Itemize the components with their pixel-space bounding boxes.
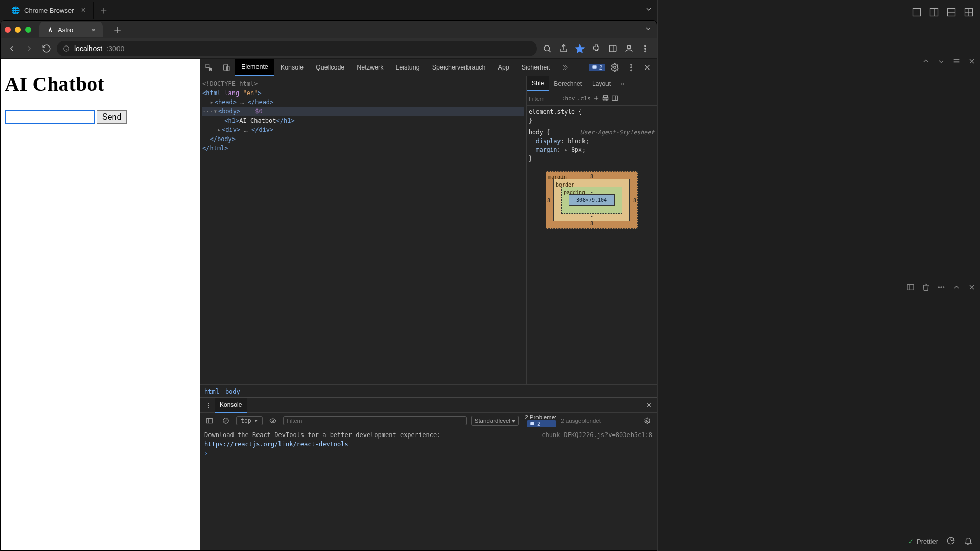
svg-rect-50 <box>907 285 914 290</box>
kebab-menu-icon[interactable] <box>638 41 652 56</box>
gear-icon[interactable] <box>641 415 654 427</box>
close-icon[interactable] <box>640 60 655 75</box>
console-prompt[interactable]: › <box>204 450 208 457</box>
close-icon[interactable]: × <box>91 26 96 34</box>
editor-tabbar: 🌐 Chrome Browser × ＋ <box>0 0 657 20</box>
print-icon[interactable] <box>602 95 609 103</box>
svg-point-9 <box>627 45 631 49</box>
trash-icon[interactable] <box>922 283 930 293</box>
tab-styles[interactable]: Stile <box>527 76 549 91</box>
sidepanel-icon[interactable] <box>605 41 620 56</box>
close-icon[interactable] <box>968 283 976 293</box>
tab-performance[interactable]: Leistung <box>389 59 426 76</box>
prettier-status[interactable]: Prettier <box>908 538 938 545</box>
execution-context-selector[interactable]: top▾ <box>236 416 263 425</box>
tab-sources[interactable]: Quellcode <box>310 59 351 76</box>
page-title: AI Chatbot <box>5 72 196 96</box>
chat-input[interactable] <box>5 110 95 124</box>
hamburger-icon[interactable] <box>952 57 961 67</box>
browser-tabrow: Astro × ＋ <box>1 21 657 38</box>
tab-memory[interactable]: Speicherverbrauch <box>426 59 492 76</box>
clear-console-icon[interactable] <box>220 415 232 427</box>
editor-tab-chrome[interactable]: 🌐 Chrome Browser × <box>4 2 94 19</box>
log-level-selector[interactable]: Standardlevel ▾ <box>471 416 519 426</box>
close-icon[interactable] <box>968 57 976 67</box>
layout-grid-icon[interactable] <box>964 7 974 19</box>
breadcrumb-html[interactable]: html <box>204 388 219 395</box>
tab-computed[interactable]: Berechnet <box>549 76 587 91</box>
svg-point-34 <box>272 420 274 422</box>
console-filter-input[interactable] <box>283 416 467 425</box>
more-tabs-icon[interactable] <box>556 59 573 76</box>
drawer-tab-console[interactable]: Konsole <box>215 398 247 413</box>
reload-button[interactable] <box>39 41 54 56</box>
inspect-element-icon[interactable] <box>200 59 218 76</box>
tab-security[interactable]: Sicherheit <box>516 59 556 76</box>
new-tab-button[interactable]: ＋ <box>107 22 128 37</box>
cls-toggle[interactable]: .cls <box>577 95 591 102</box>
chevron-up-icon[interactable] <box>952 283 961 293</box>
svg-point-36 <box>646 420 648 422</box>
problems-label[interactable]: 2 Probleme: 2 <box>525 414 556 427</box>
tab-layout[interactable]: Layout <box>587 76 616 91</box>
arrow-down-icon[interactable] <box>937 57 945 67</box>
dom-breadcrumb: html body <box>200 385 657 397</box>
address-bar[interactable]: localhost:3000 <box>57 41 537 56</box>
panel-icon[interactable] <box>906 283 915 293</box>
feedback-icon[interactable] <box>946 536 955 547</box>
live-expression-icon[interactable] <box>267 415 279 427</box>
status-bar: Prettier <box>908 536 973 547</box>
panel-icon[interactable] <box>611 95 618 103</box>
tab-application[interactable]: App <box>492 59 516 76</box>
svg-rect-13 <box>206 64 209 68</box>
devtools-link[interactable]: https://reactjs.org/link/react-devtools <box>204 441 348 448</box>
tab-elements[interactable]: Elemente <box>235 59 274 76</box>
kebab-menu-icon[interactable]: ⋮ <box>202 401 215 409</box>
tab-network[interactable]: Netzwerk <box>351 59 389 76</box>
forward-button[interactable] <box>22 41 36 56</box>
gear-icon[interactable] <box>608 60 622 75</box>
browser-window: Astro × ＋ localhost:3000 <box>0 20 657 551</box>
svg-rect-16 <box>592 65 596 68</box>
site-info-icon <box>63 45 70 52</box>
chevron-down-icon[interactable] <box>645 5 653 15</box>
sidebar-toggle-icon[interactable] <box>203 415 216 427</box>
device-toggle-icon[interactable] <box>218 59 235 76</box>
send-button[interactable]: Send <box>97 110 127 124</box>
profile-icon[interactable] <box>622 41 636 56</box>
bookmark-star-icon[interactable] <box>573 41 587 56</box>
new-style-rule-icon[interactable] <box>593 95 600 103</box>
window-zoom-button[interactable] <box>25 27 31 33</box>
layout-split-v-icon[interactable] <box>946 7 956 19</box>
layout-single-icon[interactable] <box>912 7 922 19</box>
close-icon[interactable]: × <box>81 6 86 15</box>
source-link[interactable]: chunk-DFKQJ226.js?v=803eb5c1:8 <box>542 430 652 440</box>
new-tab-button[interactable]: ＋ <box>94 4 114 17</box>
tab-console[interactable]: Konsole <box>274 59 310 76</box>
svg-point-19 <box>631 66 632 67</box>
styles-filter-input[interactable] <box>529 96 559 102</box>
layout-split-h-icon[interactable] <box>929 7 939 19</box>
astro-icon <box>46 26 54 33</box>
svg-rect-28 <box>612 96 618 100</box>
more-tabs-icon[interactable]: » <box>616 76 629 91</box>
kebab-menu-icon[interactable] <box>624 60 638 75</box>
issues-badge[interactable]: 2 <box>589 64 605 71</box>
more-icon[interactable] <box>937 283 945 293</box>
window-minimize-button[interactable] <box>15 27 21 33</box>
extensions-icon[interactable] <box>589 41 603 56</box>
share-icon[interactable] <box>556 41 571 56</box>
bell-icon[interactable] <box>964 536 973 547</box>
browser-tab[interactable]: Astro × <box>39 22 103 37</box>
window-close-button[interactable] <box>5 27 11 33</box>
breadcrumb-body[interactable]: body <box>225 388 240 395</box>
arrow-up-icon[interactable] <box>922 57 930 67</box>
chevron-down-icon[interactable] <box>644 25 652 35</box>
svg-line-4 <box>549 50 551 52</box>
zoom-icon[interactable] <box>540 41 554 56</box>
browser-toolbar: localhost:3000 <box>1 38 657 59</box>
dom-tree[interactable]: <!DOCTYPE html> <html lang="en"> ▸<head>… <box>200 76 526 384</box>
close-icon[interactable]: × <box>642 401 657 410</box>
back-button[interactable] <box>5 41 19 56</box>
hov-toggle[interactable]: :hov <box>562 95 575 102</box>
